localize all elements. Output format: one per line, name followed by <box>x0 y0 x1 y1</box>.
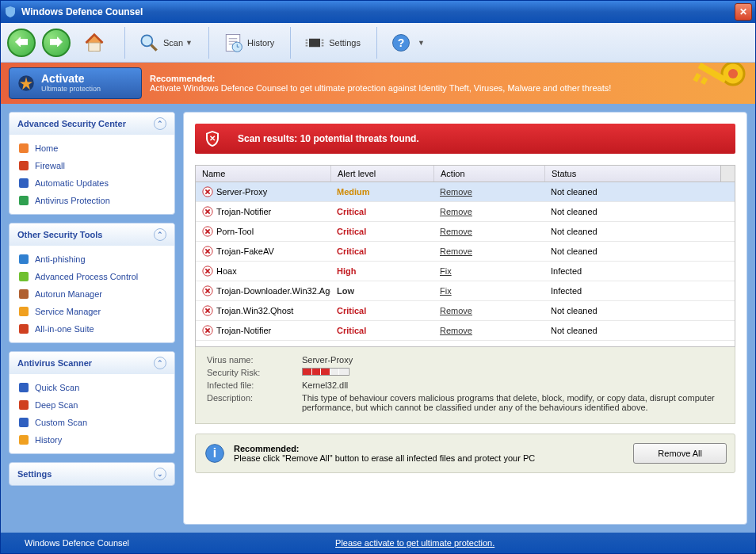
activate-banner: Activate Ultimate protection Recommended… <box>1 63 755 104</box>
svg-rect-19 <box>19 272 29 281</box>
action-link[interactable]: Remove <box>440 187 472 197</box>
table-body[interactable]: Server-ProxyMediumRemoveNot cleanedTroja… <box>196 182 735 346</box>
settings-button[interactable]: Settings <box>297 29 367 57</box>
sidebar-item[interactable]: Antivirus Protection <box>13 192 171 209</box>
threat-icon <box>202 246 213 257</box>
action-link[interactable]: Remove <box>440 246 472 256</box>
item-icon <box>17 416 30 429</box>
action-link[interactable]: Fix <box>440 286 452 296</box>
panel-antivirus-scanner: Antivirus Scanner ⌃ Quick ScanDeep ScanC… <box>9 351 175 454</box>
history-button[interactable]: History <box>216 29 281 57</box>
table-row[interactable]: Server-ProxyMediumRemoveNot cleaned <box>196 182 735 202</box>
close-button[interactable]: ✕ <box>735 3 752 21</box>
panel-header[interactable]: Advanced Security Center ⌃ <box>10 113 174 135</box>
threat-details: Virus name: Server-Proxy Security Risk: … <box>195 347 735 424</box>
svg-rect-5 <box>309 38 320 47</box>
separator <box>124 27 125 59</box>
table-row[interactable]: Trojan-NotifierCriticalRemoveNot cleaned <box>196 321 735 341</box>
item-icon <box>17 270 30 283</box>
svg-rect-24 <box>19 400 29 410</box>
svg-text:✕: ✕ <box>209 134 216 143</box>
recommendation-box: i Recommended: Please click "Remove All"… <box>195 434 735 473</box>
svg-rect-23 <box>19 383 29 392</box>
svg-point-1 <box>141 35 152 46</box>
svg-rect-26 <box>19 435 29 445</box>
sidebar-item[interactable]: Service Manager <box>13 303 171 320</box>
detail-virus-name: Server-Proxy <box>302 355 724 365</box>
risk-bar <box>302 368 349 376</box>
banner-message: Recommended: Activate Windows Defence Co… <box>150 74 755 93</box>
threat-icon <box>202 266 213 277</box>
forward-button[interactable]: 🡆 <box>42 29 71 57</box>
sidebar-item[interactable]: History <box>13 431 171 449</box>
svg-text:i: i <box>213 446 216 460</box>
sidebar-item[interactable]: Firewall <box>13 157 171 174</box>
shield-alert-icon: ✕ <box>203 129 222 148</box>
sidebar-item[interactable]: Automatic Updates <box>13 174 171 192</box>
panel-header[interactable]: Antivirus Scanner ⌃ <box>10 352 174 374</box>
col-name[interactable]: Name <box>196 166 330 181</box>
panel-advanced-security: Advanced Security Center ⌃ HomeFirewallA… <box>9 112 175 215</box>
separator <box>208 27 209 59</box>
action-link[interactable]: Remove <box>440 227 472 236</box>
activate-button[interactable]: Activate Ultimate protection <box>9 67 142 99</box>
status-activate-link[interactable]: Please activate to get ultimate protecti… <box>335 538 494 548</box>
table-row[interactable]: Porn-ToolCriticalRemoveNot cleaned <box>196 222 735 242</box>
item-icon <box>17 253 30 266</box>
action-link[interactable]: Fix <box>440 266 452 276</box>
sidebar-item[interactable]: Advanced Process Control <box>13 268 171 285</box>
scan-button[interactable]: Scan ▼ <box>132 29 199 57</box>
home-button[interactable] <box>77 29 115 57</box>
table-row[interactable]: Trojan.Win32.QhostCriticalRemoveNot clea… <box>196 301 735 321</box>
content-area: ✕ Scan results: 10 potential threats fou… <box>183 112 747 525</box>
col-status[interactable]: Status <box>544 166 720 181</box>
threat-icon <box>202 285 213 296</box>
sidebar-item[interactable]: Deep Scan <box>13 396 171 414</box>
sidebar-item[interactable]: Home <box>13 139 171 157</box>
svg-rect-18 <box>19 254 29 264</box>
item-icon <box>17 434 30 446</box>
statusbar: Windows Defence Counsel Please activate … <box>1 533 755 553</box>
titlebar: Windows Defence Counsel ✕ <box>1 1 755 23</box>
svg-rect-13 <box>701 77 708 85</box>
panel-header[interactable]: Other Security Tools ⌃ <box>10 224 174 246</box>
table-row[interactable]: Trojan-NotifierCriticalRemoveNot cleaned <box>196 202 735 222</box>
home-icon <box>83 32 105 54</box>
sidebar-item[interactable]: Anti-phishing <box>13 250 171 268</box>
col-action[interactable]: Action <box>433 166 544 181</box>
help-icon: ? <box>390 32 412 54</box>
separator <box>376 27 377 59</box>
sidebar-item[interactable]: Quick Scan <box>13 379 171 396</box>
svg-rect-14 <box>19 143 29 153</box>
detail-description: This type of behaviour covers malicious … <box>302 393 724 412</box>
status-app-name: Windows Defence Counsel <box>25 538 129 548</box>
table-row[interactable]: HoaxHighFixInfected <box>196 262 735 281</box>
panel-header[interactable]: Settings ⌄ <box>10 463 174 485</box>
sidebar-item[interactable]: All-in-one Suite <box>13 320 171 338</box>
svg-rect-0 <box>89 43 100 52</box>
app-window: Windows Defence Counsel ✕ 🡄 🡆 Scan ▼ His… <box>0 0 756 554</box>
action-link[interactable]: Remove <box>440 326 472 335</box>
sidebar-item[interactable]: Custom Scan <box>13 414 171 431</box>
collapse-icon: ⌃ <box>154 357 166 369</box>
table-row[interactable]: Trojan-FakeAVCriticalRemoveNot cleaned <box>196 242 735 262</box>
col-alert[interactable]: Alert level <box>330 166 433 181</box>
svg-rect-25 <box>19 418 29 427</box>
action-link[interactable]: Remove <box>440 306 472 315</box>
scan-results-alert: ✕ Scan results: 10 potential threats fou… <box>195 124 735 154</box>
remove-all-button[interactable]: Remove All <box>633 443 727 464</box>
action-link[interactable]: Remove <box>440 207 472 216</box>
separator <box>290 27 291 59</box>
svg-rect-21 <box>19 307 29 316</box>
help-button[interactable]: ? ▼ <box>384 29 431 57</box>
table-row[interactable]: Trojan-Downloader.Win32.AgentLowFixInfec… <box>196 281 735 301</box>
star-icon <box>16 73 36 94</box>
keys-icon <box>676 63 755 104</box>
toolbar: 🡄 🡆 Scan ▼ History Settings ? ▼ <box>1 23 755 63</box>
sidebar-item[interactable]: Autorun Manager <box>13 285 171 303</box>
back-button[interactable]: 🡄 <box>7 29 36 57</box>
history-icon <box>222 32 244 54</box>
chip-icon <box>304 32 326 54</box>
threat-icon <box>202 226 213 237</box>
item-icon <box>17 305 30 318</box>
